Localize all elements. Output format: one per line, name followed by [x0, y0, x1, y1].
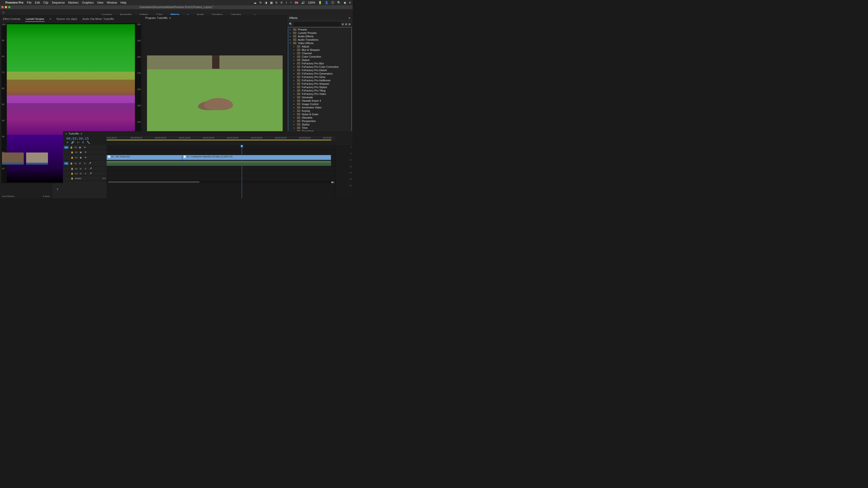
- ws-assembly[interactable]: Assembly: [120, 12, 132, 14]
- ws-graphics[interactable]: Graphics: [211, 12, 223, 14]
- fx-folder[interactable]: Video Effects: [289, 41, 350, 45]
- fx-subfolder[interactable]: Channel: [289, 52, 350, 55]
- cc-icon[interactable]: ☁: [254, 1, 256, 4]
- fx-subfolder[interactable]: Color Correction: [289, 55, 350, 58]
- settings-icon[interactable]: ⚙: [82, 141, 84, 144]
- tab-lumetri-scopes[interactable]: Lumetri Scopes: [25, 17, 44, 22]
- fx-subfolder[interactable]: Stylize: [289, 123, 350, 126]
- fx-folder[interactable]: Audio Effects: [289, 35, 350, 38]
- fx-badge-2-icon[interactable]: ▣: [345, 23, 347, 26]
- battery-icon[interactable]: 🔋: [318, 1, 322, 4]
- fx-subfolder[interactable]: FxFactory Pro Generators: [289, 72, 350, 75]
- close-icon[interactable]: ×: [65, 132, 67, 135]
- clip-a1b[interactable]: [182, 161, 331, 166]
- fx-subfolder[interactable]: FxFactory Pro Video: [289, 92, 350, 96]
- volume-icon[interactable]: 🔊: [301, 1, 305, 4]
- home-icon[interactable]: ⌂: [2, 10, 4, 14]
- menu-icon[interactable]: ≡: [349, 1, 351, 4]
- close-window-icon[interactable]: [1, 6, 4, 8]
- marker-icon[interactable]: 🏷: [77, 141, 80, 144]
- fx-subfolder[interactable]: Perspective: [289, 119, 350, 123]
- menu-sequence[interactable]: Sequence: [52, 1, 65, 4]
- tab-source[interactable]: Source: (no clips): [56, 17, 78, 22]
- date-icon[interactable]: ⎘: [276, 1, 277, 4]
- bluetooth-icon[interactable]: ᚼ: [285, 1, 287, 4]
- ws-libraries[interactable]: Libraries: [230, 12, 242, 14]
- fx-subfolder[interactable]: Image Control: [289, 102, 350, 106]
- fx-folder[interactable]: Lumetri Presets: [289, 31, 350, 35]
- wifi-icon[interactable]: ⌔: [290, 1, 292, 4]
- flag-icon[interactable]: 🇬🇧: [295, 1, 299, 4]
- link-icon[interactable]: 🔗: [71, 141, 74, 144]
- user-icon[interactable]: 👤: [325, 1, 329, 4]
- tab-audio-mixer[interactable]: Audio Clip Mixer: Tudoriffic: [82, 17, 115, 22]
- status-icon[interactable]: ◑: [265, 1, 267, 4]
- ws-audio[interactable]: Audio: [196, 12, 204, 14]
- fx-subfolder[interactable]: Generate: [289, 96, 350, 99]
- timeline-ruler[interactable]: 0;02;48;0400;02;56;0400;03;04;0600;03;12…: [106, 136, 336, 140]
- menu-view[interactable]: View: [97, 1, 103, 4]
- menu-stripes-icon[interactable]: ≡: [187, 12, 189, 14]
- fx-subfolder[interactable]: Keying: [289, 109, 350, 112]
- fx-subfolder[interactable]: Hawaiki Keyer 4: [289, 99, 350, 102]
- menu-help[interactable]: Help: [120, 1, 126, 4]
- maximize-window-icon[interactable]: [8, 6, 10, 8]
- ws-effects[interactable]: Effects: [170, 12, 179, 14]
- siri-icon[interactable]: ◉: [344, 1, 346, 4]
- panel-menu-icon[interactable]: ≡: [349, 17, 350, 20]
- fx-subfolder[interactable]: Time: [289, 126, 350, 130]
- wrench-icon[interactable]: 🔧: [87, 141, 90, 144]
- fx-subfolder[interactable]: FxFactory Pro Halftones: [289, 79, 350, 82]
- a1-source[interactable]: A1: [64, 162, 68, 165]
- panel-menu-icon[interactable]: ≡: [169, 17, 171, 20]
- end-icon[interactable]: ▶|: [332, 181, 334, 184]
- effects-tree[interactable]: PresetsLumetri PresetsAudio EffectsAudio…: [288, 27, 352, 148]
- timeline-scroll[interactable]: ▶|: [106, 181, 336, 183]
- fx-subfolder[interactable]: FxFactory Pro Color Correction: [289, 65, 350, 68]
- spotlight-icon[interactable]: 🔍: [337, 1, 341, 4]
- fx-subfolder[interactable]: Immersive Video: [289, 106, 350, 109]
- fx-subfolder[interactable]: FxFactory Pro Tiling: [289, 89, 350, 92]
- menu-edit[interactable]: Edit: [35, 1, 40, 4]
- type-tool[interactable]: T: [55, 187, 60, 192]
- timeline-timecode[interactable]: 00;03;30;15: [63, 136, 106, 141]
- fx-subfolder[interactable]: Obsolete: [289, 116, 350, 119]
- fx-subfolder[interactable]: FxFactory Pro Blur: [289, 62, 350, 65]
- info-icon[interactable]: ⓘ: [331, 1, 334, 5]
- ws-learning[interactable]: Learning: [101, 12, 113, 14]
- snap-icon[interactable]: ❄: [66, 141, 68, 144]
- fx-badge-3-icon[interactable]: ▣: [348, 23, 351, 26]
- grid-icon[interactable]: ▦: [270, 1, 273, 4]
- program-frame[interactable]: [147, 56, 283, 132]
- history-icon[interactable]: ↺: [280, 1, 283, 4]
- clip-a1a[interactable]: [106, 161, 182, 166]
- effects-search-input[interactable]: [294, 22, 340, 26]
- fx-folder[interactable]: Presets: [289, 28, 350, 31]
- fx-badge-1-icon[interactable]: ▣: [341, 23, 344, 26]
- menu-clip[interactable]: Clip: [43, 1, 49, 4]
- app-name[interactable]: Premiere Pro: [5, 1, 24, 4]
- ws-editing[interactable]: Editing: [139, 12, 149, 14]
- minimize-window-icon[interactable]: [5, 6, 7, 8]
- menu-markers[interactable]: Markers: [68, 1, 79, 4]
- tab-effect-controls[interactable]: Effect Controls: [2, 17, 21, 22]
- fx-subfolder[interactable]: FxFactory Pro Stylize: [289, 86, 350, 89]
- fx-subfolder[interactable]: Blur & Sharpen: [289, 48, 350, 52]
- v1-source[interactable]: V1: [64, 146, 68, 149]
- fx-subfolder[interactable]: Distort: [289, 58, 350, 62]
- panel-menu-icon[interactable]: ≡: [81, 132, 82, 135]
- clip-v1b[interactable]: 📄 13 - Looking for Squirrels (15-May-11)…: [182, 155, 331, 160]
- sync-icon[interactable]: ↻: [259, 1, 262, 4]
- fx-subfolder[interactable]: FxFactory Pro Glow: [289, 75, 350, 79]
- panel-menu-icon[interactable]: ≡: [49, 17, 51, 22]
- clip-v1a[interactable]: 📄 18 - The Tudors [V]: [106, 155, 182, 160]
- ws-overflow-icon[interactable]: »: [254, 12, 256, 14]
- ws-color[interactable]: Color: [156, 12, 163, 14]
- fx-subfolder[interactable]: FxFactory Pro Distort: [289, 68, 350, 72]
- fx-folder[interactable]: Audio Transitions: [289, 38, 350, 41]
- timeline-clips[interactable]: 📄 18 - The Tudors [V] 📄 13 - Looking for…: [106, 145, 336, 198]
- fx-subfolder[interactable]: Noise & Grain: [289, 112, 350, 116]
- menu-graphics[interactable]: Graphics: [82, 1, 94, 4]
- menu-file[interactable]: File: [27, 1, 31, 4]
- fx-subfolder[interactable]: Adjust: [289, 45, 350, 48]
